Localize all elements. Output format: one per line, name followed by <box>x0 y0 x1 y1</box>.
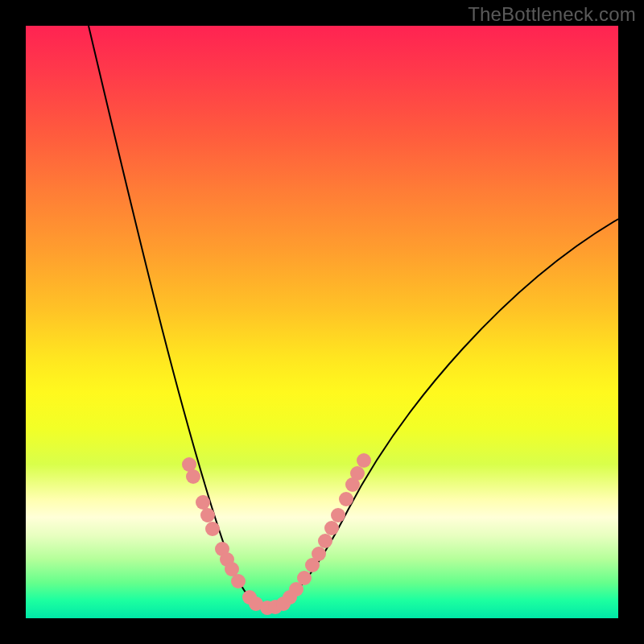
data-point <box>205 522 220 536</box>
plot-area <box>26 26 618 618</box>
data-point <box>200 508 215 522</box>
data-point <box>331 508 345 522</box>
data-point <box>318 534 332 548</box>
data-point <box>324 521 339 535</box>
data-point <box>231 574 246 588</box>
left-curve <box>89 26 267 608</box>
dots-left-group <box>182 457 263 611</box>
data-point <box>196 495 210 510</box>
dots-right-group <box>260 453 371 615</box>
watermark-text: TheBottleneck.com <box>468 3 636 26</box>
data-point <box>297 571 312 585</box>
chart-svg <box>26 26 618 618</box>
data-point <box>339 492 353 506</box>
data-point <box>357 453 371 468</box>
data-point <box>350 466 365 481</box>
chart-frame: TheBottleneck.com <box>0 0 644 644</box>
data-point <box>312 547 326 561</box>
data-point <box>186 469 200 484</box>
